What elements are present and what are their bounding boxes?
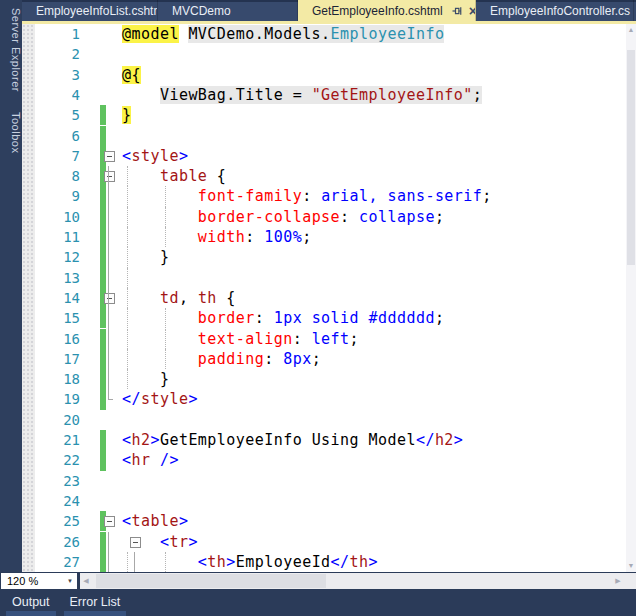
panel-tab-error-list[interactable]: Error List	[64, 590, 127, 616]
change-tracking-bar	[100, 105, 106, 125]
line-number: 15	[36, 308, 80, 328]
code-line: 13	[22, 268, 626, 288]
code-line: 1@model MVCDemo.Models.EmployeeInfo	[22, 24, 626, 44]
code-text: ViewBag.Title = "GetEmployeeInfo";	[122, 85, 482, 105]
code-line: 11 width: 100%;	[22, 227, 626, 247]
line-number: 4	[36, 85, 80, 105]
panel-tab-output[interactable]: Output	[6, 590, 56, 616]
close-icon[interactable]: ×	[469, 4, 476, 18]
line-number: 27	[36, 552, 80, 572]
chevron-down-icon: ▼	[63, 578, 77, 584]
line-number: 7	[36, 146, 80, 166]
code-line: 20	[22, 410, 626, 430]
collapse-region-icon[interactable]	[104, 151, 115, 162]
code-line: 15 border: 1px solid #dddddd;	[22, 308, 626, 328]
code-text: }	[122, 369, 169, 389]
change-tracking-bar	[100, 369, 106, 389]
code-editor[interactable]: 1@model MVCDemo.Models.EmployeeInfo23@{4…	[22, 24, 636, 572]
code-line: 5}	[22, 105, 626, 125]
tab-employeeinfocontroller-cs[interactable]: EmployeeInfoController.cs	[476, 0, 634, 21]
code-line: 7<style>	[22, 146, 626, 166]
change-tracking-bar	[100, 430, 106, 450]
tab-getemployeeinfo-cshtml[interactable]: GetEmployeeInfo.cshtml×	[298, 0, 476, 21]
line-number: 26	[36, 532, 80, 552]
scroll-left-icon[interactable]: ◀	[80, 573, 92, 589]
code-text: table {	[122, 166, 226, 186]
sidebar-item-toolbox[interactable]: Toolbox	[0, 106, 22, 153]
horizontal-scrollbar-thumb[interactable]	[96, 574, 326, 588]
line-number: 12	[36, 247, 80, 267]
outline-connector	[108, 399, 113, 400]
change-tracking-bar	[100, 450, 106, 470]
code-text: padding: 8px;	[122, 349, 321, 369]
vertical-scrollbar[interactable]: ▲ ▼	[626, 24, 636, 572]
line-number: 23	[36, 471, 80, 491]
horizontal-scrollbar[interactable]: ◀ ▶	[80, 573, 624, 589]
line-number: 25	[36, 511, 80, 531]
line-number: 22	[36, 450, 80, 470]
scroll-right-icon[interactable]: ▶	[612, 573, 624, 589]
code-text: border-collapse: collapse;	[122, 207, 444, 227]
vertical-scrollbar-thumb[interactable]	[627, 50, 635, 265]
sidebar-item-server-explorer[interactable]: Server Explorer	[0, 2, 22, 92]
code-line: 18 }	[22, 369, 626, 389]
line-number: 6	[36, 126, 80, 146]
code-text: width: 100%;	[122, 227, 312, 247]
code-text: font-family: arial, sans-serif;	[122, 186, 492, 206]
code-line: 8 table {	[22, 166, 626, 186]
code-line: 12 }	[22, 247, 626, 267]
change-tracking-bar	[100, 349, 106, 369]
code-line: 6	[22, 126, 626, 146]
code-line: 16 text-align: left;	[22, 329, 626, 349]
collapse-region-icon[interactable]	[104, 516, 115, 527]
line-number: 5	[36, 105, 80, 125]
code-text: border: 1px solid #dddddd;	[122, 308, 444, 328]
code-text: <hr />	[122, 450, 179, 470]
change-tracking-bar	[100, 329, 106, 349]
scroll-up-icon[interactable]: ▲	[626, 24, 636, 36]
code-line: 9 font-family: arial, sans-serif;	[22, 186, 626, 206]
code-line: 2	[22, 44, 626, 64]
line-number: 9	[36, 186, 80, 206]
code-text: }	[122, 105, 131, 125]
line-number: 24	[36, 491, 80, 511]
line-number: 19	[36, 389, 80, 409]
change-tracking-bar	[100, 247, 106, 267]
pin-icon[interactable]	[451, 5, 463, 17]
code-text: <style>	[122, 146, 188, 166]
code-line: 17 padding: 8px;	[22, 349, 626, 369]
editor-zoom-value: 120 %	[1, 575, 63, 587]
line-number: 1	[36, 24, 80, 44]
change-tracking-bar	[100, 126, 106, 146]
code-text: }	[122, 247, 169, 267]
code-line: 26 <tr>	[22, 532, 626, 552]
line-number: 2	[36, 44, 80, 64]
change-tracking-bar	[100, 389, 106, 409]
line-number: 13	[36, 268, 80, 288]
collapse-region-icon[interactable]	[104, 293, 115, 304]
tab-employeeinfolist-cshtml[interactable]: EmployeeInfoList.cshtml	[22, 0, 158, 21]
code-line: 25<table>	[22, 511, 626, 531]
change-tracking-bar	[100, 227, 106, 247]
code-line: 22<hr />	[22, 450, 626, 470]
editor-zoom-select[interactable]: 120 % ▼	[1, 573, 77, 589]
line-number: 16	[36, 329, 80, 349]
visual-studio-window: Server Explorer Toolbox EmployeeInfoList…	[0, 0, 636, 616]
line-number: 14	[36, 288, 80, 308]
change-tracking-bar	[100, 186, 106, 206]
document-tab-bar: EmployeeInfoList.cshtmlMVCDemoGetEmploye…	[22, 0, 636, 24]
scrollbar-corner	[624, 573, 636, 589]
code-text: <table>	[122, 511, 188, 531]
line-number: 21	[36, 430, 80, 450]
scroll-down-icon[interactable]: ▼	[626, 560, 636, 572]
code-line: 23	[22, 471, 626, 491]
line-number: 10	[36, 207, 80, 227]
outline-connector	[134, 552, 135, 572]
editor-scroll-row: 120 % ▼ ◀ ▶	[0, 572, 636, 590]
tab-label: GetEmployeeInfo.cshtml	[312, 4, 443, 18]
code-line: 3@{	[22, 65, 626, 85]
code-text: </style>	[122, 389, 198, 409]
tab-mvcdemo[interactable]: MVCDemo	[158, 0, 298, 21]
collapse-region-icon[interactable]	[104, 171, 115, 182]
code-line: 21<h2>GetEmployeeInfo Using Model</h2>	[22, 430, 626, 450]
